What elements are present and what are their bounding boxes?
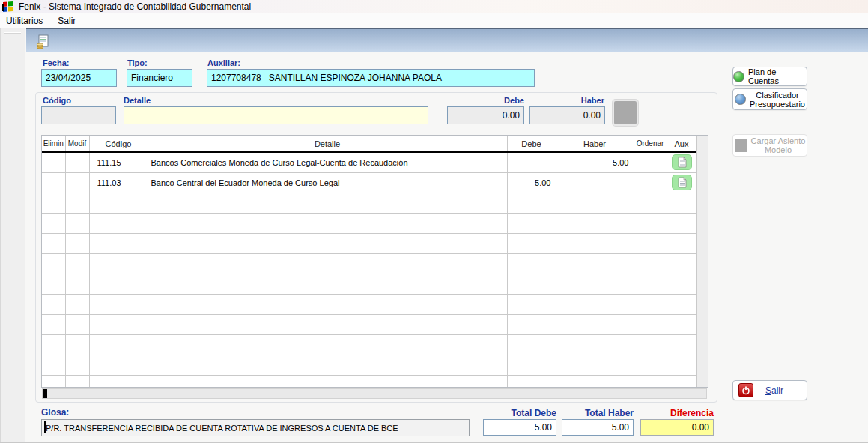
debe-input[interactable] (447, 106, 524, 124)
cell-debe: 5.00 (507, 172, 556, 193)
total-debe-input[interactable] (483, 419, 556, 436)
glosa-input[interactable] (41, 419, 470, 436)
side-collapsed-panel (0, 28, 25, 443)
cell-haber: 5.00 (556, 152, 634, 172)
power-icon (738, 383, 753, 397)
clasificador-presupuestario-button[interactable]: Clasificador Presupuestario (732, 88, 807, 110)
document-icon (677, 157, 687, 168)
cargar-underline: C (751, 136, 757, 145)
grid-empty-row (42, 334, 696, 355)
diferencia-input[interactable] (640, 419, 714, 436)
codigo-input[interactable] (41, 106, 116, 124)
new-entry-button[interactable] (33, 32, 52, 51)
grid-empty-row (42, 314, 696, 334)
gray-square-icon (735, 139, 747, 152)
fecha-input[interactable] (41, 69, 117, 87)
grid-vertical-scrollbar[interactable] (696, 136, 708, 387)
cell-detalle: Banco Central del Ecuador Moneda de Curs… (148, 172, 507, 193)
cell-elimin[interactable] (42, 172, 65, 193)
menu-salir[interactable]: Salir (58, 16, 76, 26)
salir-rest: alir (771, 385, 783, 396)
salir-label: Salir (765, 385, 783, 396)
aux-row-button[interactable] (672, 154, 692, 170)
clasificador-line2: Presupuestario (750, 100, 805, 109)
cell-codigo: 111.15 (89, 152, 148, 172)
salir-underline: S (765, 385, 771, 396)
col-header-codigo: Código (89, 136, 148, 152)
grid-empty-row (42, 213, 696, 233)
total-haber-label: Total Haber (562, 408, 634, 418)
grid-empty-row (42, 274, 696, 294)
app-icon (2, 1, 14, 13)
cell-debe (507, 152, 556, 172)
auxiliar-input[interactable] (207, 69, 535, 87)
grid-row-2: 111.03 Banco Central del Ecuador Moneda … (42, 172, 696, 193)
cell-detalle: Bancos Comerciales Moneda de Curso Legal… (148, 152, 507, 172)
col-header-detalle: Detalle (148, 136, 507, 152)
journal-entry-icon (36, 34, 50, 49)
total-debe-label: Total Debe (483, 408, 556, 418)
salir-button[interactable]: Salir (732, 380, 807, 400)
tipo-input[interactable] (127, 69, 192, 87)
grid-empty-row (42, 355, 696, 375)
green-sphere-icon (733, 71, 744, 82)
cell-modif[interactable] (65, 172, 89, 193)
col-header-modif: Modif (65, 136, 89, 152)
debe-label: Debe (487, 96, 524, 105)
cargar-line2: Modelo (765, 145, 792, 154)
text-caret (44, 421, 46, 433)
auxiliar-label: Auxiliar: (207, 58, 240, 67)
panel-grip[interactable] (4, 32, 21, 34)
document-icon (677, 177, 687, 188)
detalle-input[interactable] (124, 106, 428, 124)
menu-bar: Utilitarios Salir (0, 13, 868, 28)
clasificador-line1: Clasificador (756, 91, 798, 100)
window-title: Fenix - Sistema Integrado de Contabilida… (19, 1, 251, 12)
plan-de-cuentas-button[interactable]: Plan de Cuentas (732, 67, 807, 86)
cargar-asiento-label: Cargar Asiento Modelo (751, 136, 806, 154)
grid-row-1: 111.15 Bancos Comerciales Moneda de Curs… (42, 152, 696, 172)
col-header-elimin: Elimin (42, 136, 65, 152)
grid-empty-row (42, 193, 696, 213)
cargar-asiento-modelo-button[interactable]: Cargar Asiento Modelo (732, 134, 807, 157)
cell-ordenar[interactable] (634, 172, 667, 193)
col-header-haber: Haber (556, 136, 634, 152)
total-haber-input[interactable] (562, 419, 634, 436)
haber-input[interactable] (529, 106, 605, 124)
diferencia-label: Diferencia (640, 408, 714, 418)
haber-label: Haber (567, 96, 604, 105)
grid-empty-body (42, 193, 696, 388)
scrollbar-thumb[interactable] (43, 389, 47, 398)
plan-de-cuentas-label: Plan de Cuentas (748, 67, 807, 85)
aux-row-button[interactable] (672, 175, 692, 190)
grid-empty-row (42, 233, 696, 253)
cell-codigo: 111.03 (89, 172, 148, 193)
cell-ordenar[interactable] (634, 152, 667, 172)
col-header-aux: Aux (667, 136, 696, 152)
cell-elimin[interactable] (42, 152, 65, 172)
entries-grid: Elimin Modif Código Detalle Debe Haber O… (41, 135, 708, 388)
grid-empty-row (42, 375, 696, 388)
glosa-label: Glosa: (41, 407, 69, 418)
detalle-label: Detalle (124, 96, 151, 105)
title-bar: Fenix - Sistema Integrado de Contabilida… (0, 0, 868, 13)
grid-header-row: Elimin Modif Código Detalle Debe Haber O… (42, 136, 696, 152)
tipo-label: Tipo: (127, 58, 148, 67)
toolbar (26, 28, 868, 52)
col-header-debe: Debe (507, 136, 556, 152)
cell-modif[interactable] (65, 152, 89, 172)
app-window: Fenix - Sistema Integrado de Contabilida… (0, 0, 868, 443)
grid-empty-row (42, 294, 696, 314)
cargar-rest: argar Asiento (757, 136, 806, 145)
grid-body: 111.15 Bancos Comerciales Moneda de Curs… (42, 152, 696, 193)
grid-horizontal-scrollbar[interactable] (42, 388, 707, 399)
codigo-label: Código (43, 96, 71, 105)
cell-haber (556, 172, 634, 193)
menu-utilitarios[interactable]: Utilitarios (6, 16, 43, 26)
fecha-label: Fecha: (43, 58, 69, 67)
grid-empty-row (42, 253, 696, 274)
clasificador-label: Clasificador Presupuestario (750, 91, 805, 109)
add-row-button[interactable] (613, 100, 638, 126)
blue-sphere-icon (735, 94, 746, 105)
col-header-ordenar: Ordenar (634, 136, 667, 152)
